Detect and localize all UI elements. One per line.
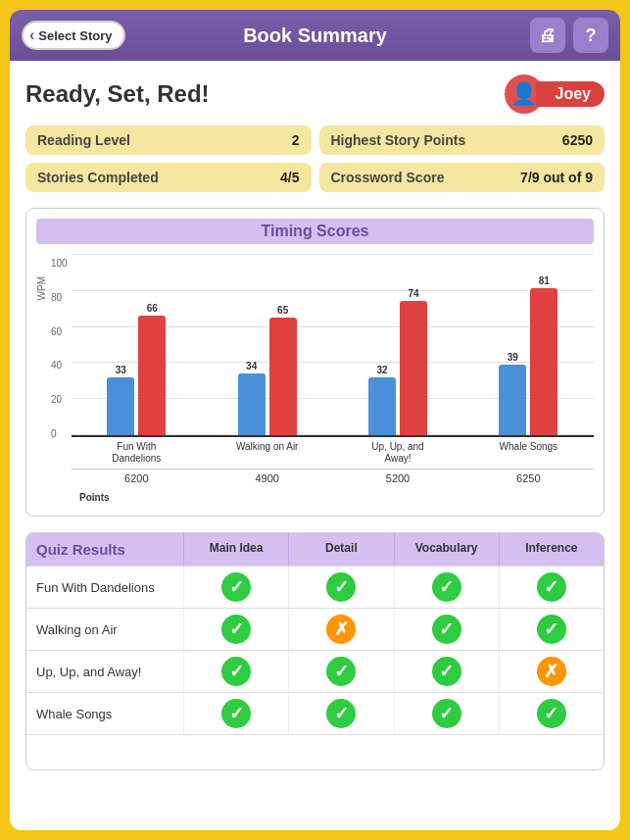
quiz-row-3: Up, Up, and Away! ✓ ✓ ✓ ✗ <box>26 650 604 692</box>
bar-red-3 <box>400 301 427 435</box>
stat-reading-level-value: 2 <box>292 132 300 148</box>
quiz-row-1: Fun With Dandelions ✓ ✓ ✓ ✓ <box>26 566 604 608</box>
book-title: Ready, Set, Red! <box>25 80 210 108</box>
bar-red-3-wrap: 74 <box>400 288 427 435</box>
quiz-row-4-label: Whale Songs <box>26 699 183 729</box>
points-2: 4900 <box>202 469 332 487</box>
bar-group-2: 34 65 <box>202 305 332 435</box>
y-tick-100: 100 <box>51 258 68 269</box>
stat-crossword: Crossword Score 7/9 out of 9 <box>319 163 606 192</box>
timing-chart: Timing Scores WPM 100 80 60 40 20 0 <box>25 208 605 517</box>
quiz-r1-main-idea: ✓ <box>183 567 288 608</box>
quiz-r2-main-idea: ✓ <box>183 609 288 650</box>
chart-title: Timing Scores <box>36 219 594 244</box>
quiz-row-3-label: Up, Up, and Away! <box>26 657 183 687</box>
quiz-header-row: Quiz Results Main Idea Detail Vocabulary… <box>26 533 604 566</box>
quiz-r1-vocabulary: ✓ <box>394 567 499 608</box>
bar-blue-4-label: 39 <box>508 352 518 363</box>
print-icon: 🖨 <box>539 25 557 46</box>
stat-highest-points-value: 6250 <box>562 132 593 148</box>
y-tick-40: 40 <box>51 360 68 371</box>
bar-blue-1 <box>107 377 134 435</box>
user-name: Joey <box>536 81 605 107</box>
quiz-r4-detail: ✓ <box>288 693 393 734</box>
quiz-row-2: Walking on Air ✓ ✗ ✓ ✓ <box>26 608 604 650</box>
bar-red-2-label: 65 <box>277 305 288 316</box>
quiz-results-header: Quiz Results <box>26 533 183 566</box>
check-green-icon: ✓ <box>221 572 251 602</box>
back-button[interactable]: ‹ Select Story <box>22 21 125 50</box>
quiz-r3-detail: ✓ <box>288 651 393 692</box>
check-green-icon: ✓ <box>432 699 461 728</box>
main-content: Ready, Set, Red! 👤 Joey Reading Level 2 … <box>10 61 620 830</box>
stat-stories-completed-value: 4/5 <box>280 170 299 185</box>
points-4: 6250 <box>463 469 594 487</box>
bar-red-1-wrap: 66 <box>138 303 166 435</box>
check-green-icon: ✓ <box>326 572 356 602</box>
header-icons: 🖨 ? <box>530 18 608 53</box>
check-green-icon: ✓ <box>537 572 566 602</box>
col-detail: Detail <box>288 533 393 566</box>
bar-group-4: 39 81 <box>463 275 594 435</box>
quiz-empty-row <box>26 734 604 769</box>
bar-red-4-label: 81 <box>539 275 550 286</box>
stat-highest-points: Highest Story Points 6250 <box>319 125 606 155</box>
col-inference: Inference <box>499 533 604 566</box>
check-orange-icon: ✗ <box>537 657 566 686</box>
points-3: 5200 <box>332 469 462 487</box>
bar-blue-3-label: 32 <box>376 365 387 375</box>
bar-blue-4-wrap: 39 <box>499 352 526 435</box>
chart-plot: 33 66 34 <box>72 254 594 487</box>
check-green-icon: ✓ <box>537 699 566 728</box>
check-green-icon: ✓ <box>221 657 251 686</box>
bar-red-4-wrap: 81 <box>530 275 557 435</box>
stat-crossword-value: 7/9 out of 9 <box>520 170 593 185</box>
points-1: 6200 <box>72 469 202 487</box>
quiz-r3-vocabulary: ✓ <box>394 651 499 692</box>
quiz-r2-detail: ✗ <box>288 609 393 650</box>
quiz-results: Quiz Results Main Idea Detail Vocabulary… <box>25 532 605 770</box>
bar-blue-2-wrap: 34 <box>238 361 266 435</box>
app-container: ‹ Select Story Book Summary 🖨 ? Ready, S… <box>0 0 630 840</box>
bar-red-4 <box>530 288 557 435</box>
quiz-r4-vocabulary: ✓ <box>394 693 499 734</box>
x-label-4: Whale Songs <box>463 437 594 465</box>
quiz-r4-inference: ✓ <box>499 693 604 734</box>
bar-blue-1-label: 33 <box>116 365 126 375</box>
quiz-row-4: Whale Songs ✓ ✓ ✓ ✓ <box>26 692 604 734</box>
check-green-icon: ✓ <box>221 699 251 728</box>
bar-red-2-wrap: 65 <box>269 305 297 435</box>
col-main-idea: Main Idea <box>183 533 288 566</box>
stat-stories-completed-label: Stories Completed <box>37 170 159 185</box>
print-button[interactable]: 🖨 <box>530 18 565 53</box>
bar-group-1: 33 66 <box>72 303 202 435</box>
stat-crossword-label: Crossword Score <box>331 170 445 185</box>
quiz-r1-inference: ✓ <box>499 567 604 608</box>
quiz-row-2-label: Walking on Air <box>26 615 183 645</box>
page-title: Book Summary <box>243 25 387 47</box>
title-row: Ready, Set, Red! 👤 Joey <box>25 74 605 114</box>
x-label-3: Up, Up, andAway! <box>332 437 462 465</box>
bar-blue-3 <box>368 377 396 435</box>
back-arrow-icon: ‹ <box>29 26 34 44</box>
user-badge: 👤 Joey <box>505 74 605 114</box>
bar-red-3-label: 74 <box>408 288 418 299</box>
bar-red-1 <box>138 316 166 435</box>
check-green-icon: ✓ <box>432 657 461 686</box>
x-axis: Fun WithDandelions Walking on Air Up, Up… <box>72 435 594 465</box>
col-vocabulary: Vocabulary <box>394 533 499 566</box>
bar-red-1-label: 66 <box>147 303 158 314</box>
back-button-label: Select Story <box>38 28 112 43</box>
y-tick-80: 80 <box>51 292 68 303</box>
y-tick-0: 0 <box>51 428 68 439</box>
y-tick-20: 20 <box>51 394 68 405</box>
check-green-icon: ✓ <box>432 572 461 602</box>
check-green-icon: ✓ <box>326 699 356 728</box>
points-row: 6200 4900 5200 6250 <box>72 469 594 487</box>
help-button[interactable]: ? <box>573 18 608 53</box>
header: ‹ Select Story Book Summary 🖨 ? <box>10 10 620 61</box>
quiz-r3-inference: ✗ <box>499 651 604 692</box>
stat-reading-level-label: Reading Level <box>37 132 130 148</box>
quiz-row-1-label: Fun With Dandelions <box>26 572 183 603</box>
quiz-r2-vocabulary: ✓ <box>394 609 499 650</box>
